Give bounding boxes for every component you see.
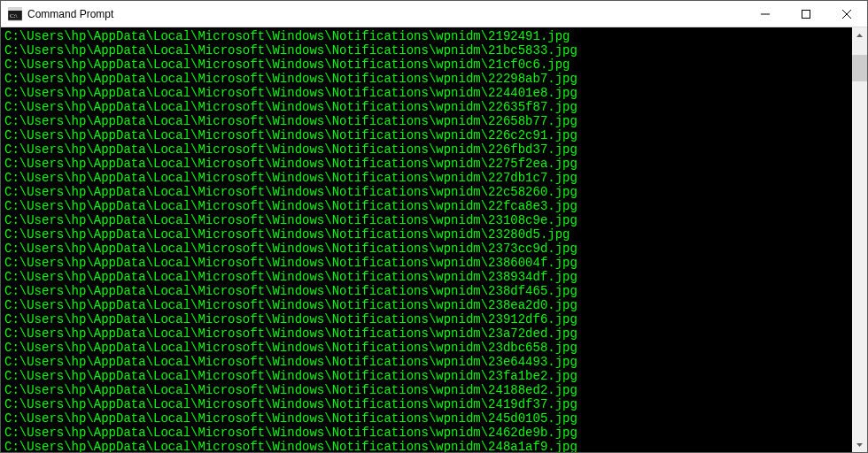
svg-rect-1: [8, 8, 22, 11]
scroll-up-button[interactable]: [852, 27, 867, 42]
output-line: C:\Users\hp\AppData\Local\Microsoft\Wind…: [4, 270, 849, 284]
output-line: C:\Users\hp\AppData\Local\Microsoft\Wind…: [4, 157, 849, 171]
maximize-button[interactable]: [786, 1, 826, 27]
cmd-icon: C:\: [8, 7, 22, 21]
output-line: C:\Users\hp\AppData\Local\Microsoft\Wind…: [4, 397, 849, 411]
output-line: C:\Users\hp\AppData\Local\Microsoft\Wind…: [4, 43, 849, 58]
output-line: C:\Users\hp\AppData\Local\Microsoft\Wind…: [4, 72, 849, 86]
output-line: C:\Users\hp\AppData\Local\Microsoft\Wind…: [4, 227, 849, 242]
minimize-button[interactable]: [745, 1, 786, 27]
output-line: C:\Users\hp\AppData\Local\Microsoft\Wind…: [4, 326, 849, 341]
command-prompt-window: C:\ Command Prompt C:\Users\hp\AppData\L…: [0, 0, 868, 453]
scroll-thumb[interactable]: [852, 55, 867, 81]
close-button[interactable]: [826, 1, 867, 27]
scroll-down-button[interactable]: [852, 437, 867, 452]
output-line: C:\Users\hp\AppData\Local\Microsoft\Wind…: [4, 199, 849, 213]
output-line: C:\Users\hp\AppData\Local\Microsoft\Wind…: [4, 369, 849, 383]
output-line: C:\Users\hp\AppData\Local\Microsoft\Wind…: [4, 256, 849, 270]
output-line: C:\Users\hp\AppData\Local\Microsoft\Wind…: [4, 100, 849, 114]
output-line: C:\Users\hp\AppData\Local\Microsoft\Wind…: [4, 426, 849, 440]
output-line: C:\Users\hp\AppData\Local\Microsoft\Wind…: [4, 383, 849, 397]
output-line: C:\Users\hp\AppData\Local\Microsoft\Wind…: [4, 355, 849, 369]
output-line: C:\Users\hp\AppData\Local\Microsoft\Wind…: [4, 213, 849, 227]
output-line: C:\Users\hp\AppData\Local\Microsoft\Wind…: [4, 29, 849, 43]
output-line: C:\Users\hp\AppData\Local\Microsoft\Wind…: [4, 58, 849, 72]
svg-rect-4: [802, 10, 810, 18]
titlebar[interactable]: C:\ Command Prompt: [1, 1, 867, 27]
output-line: C:\Users\hp\AppData\Local\Microsoft\Wind…: [4, 298, 849, 312]
window-title: Command Prompt: [27, 8, 745, 20]
output-line: C:\Users\hp\AppData\Local\Microsoft\Wind…: [4, 171, 849, 185]
output-line: C:\Users\hp\AppData\Local\Microsoft\Wind…: [4, 411, 849, 426]
scroll-track[interactable]: [852, 42, 867, 437]
output-line: C:\Users\hp\AppData\Local\Microsoft\Wind…: [4, 312, 849, 326]
output-line: C:\Users\hp\AppData\Local\Microsoft\Wind…: [4, 86, 849, 100]
svg-marker-7: [856, 34, 863, 37]
svg-text:C:\: C:\: [10, 12, 18, 19]
output-line: C:\Users\hp\AppData\Local\Microsoft\Wind…: [4, 128, 849, 142]
output-line: C:\Users\hp\AppData\Local\Microsoft\Wind…: [4, 185, 849, 199]
window-controls: [745, 1, 867, 27]
console-output[interactable]: C:\Users\hp\AppData\Local\Microsoft\Wind…: [1, 27, 852, 452]
output-line: C:\Users\hp\AppData\Local\Microsoft\Wind…: [4, 114, 849, 128]
output-line: C:\Users\hp\AppData\Local\Microsoft\Wind…: [4, 341, 849, 355]
output-line: C:\Users\hp\AppData\Local\Microsoft\Wind…: [4, 440, 849, 452]
svg-marker-8: [856, 443, 863, 447]
console-area: C:\Users\hp\AppData\Local\Microsoft\Wind…: [1, 27, 867, 452]
output-line: C:\Users\hp\AppData\Local\Microsoft\Wind…: [4, 142, 849, 157]
vertical-scrollbar[interactable]: [852, 27, 867, 452]
output-line: C:\Users\hp\AppData\Local\Microsoft\Wind…: [4, 242, 849, 256]
output-line: C:\Users\hp\AppData\Local\Microsoft\Wind…: [4, 284, 849, 298]
